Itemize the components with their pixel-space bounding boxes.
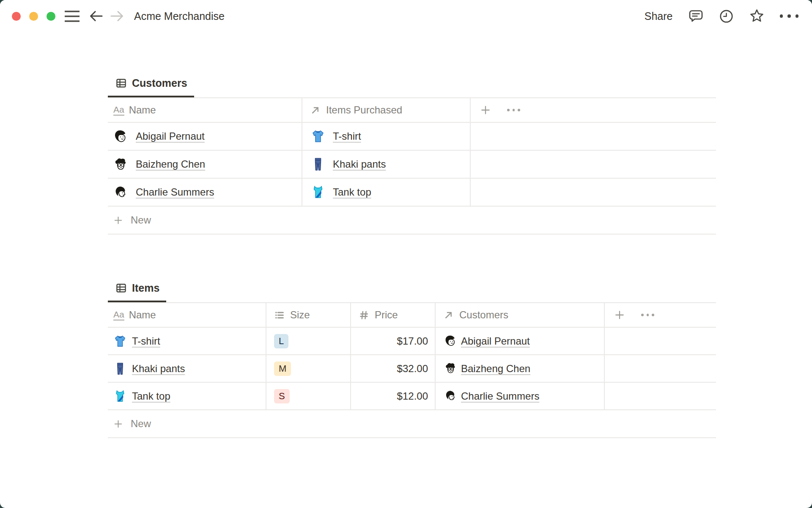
items-purchased-cell[interactable]: Tank top	[302, 179, 471, 206]
item-page-link[interactable]: T-shirt	[132, 335, 160, 347]
items-purchased-cell[interactable]: Khaki pants	[302, 151, 471, 178]
jeans-icon	[113, 362, 127, 375]
item-name-cell[interactable]: Tank top	[108, 383, 266, 409]
item-page-link[interactable]: Tank top	[333, 186, 371, 198]
customers-relation-cell[interactable]: Baizheng Chen	[436, 355, 605, 382]
customers-relation-cell[interactable]: Abigail Pernaut	[436, 328, 605, 354]
tab-items[interactable]: Items	[108, 275, 166, 302]
customer-page-link[interactable]: Abigail Pernaut	[136, 130, 205, 142]
text-property-icon: Aa	[113, 310, 124, 320]
zoom-window-button[interactable]	[47, 12, 55, 21]
abigail-avatar-icon	[444, 335, 456, 347]
add-customer-row-button[interactable]: New	[108, 207, 716, 234]
customers-relation-cell[interactable]: Charlie Summers	[436, 383, 605, 409]
items-header-row: Aa Name Size Price Customers	[108, 303, 716, 328]
charlie-avatar-icon	[444, 390, 456, 402]
page-title[interactable]: Acme Merchandise	[134, 0, 225, 32]
customers-header-row: Aa Name Items Purchased	[108, 98, 716, 123]
forward-icon	[109, 9, 124, 23]
size-cell[interactable]: M	[266, 355, 351, 382]
size-cell[interactable]: S	[266, 383, 351, 409]
customer-page-link[interactable]: Abigail Pernaut	[461, 335, 530, 347]
column-header-items-purchased[interactable]: Items Purchased	[302, 98, 471, 122]
item-page-link[interactable]: Khaki pants	[333, 158, 386, 170]
relation-icon	[310, 105, 321, 116]
customer-page-link[interactable]: Baizheng Chen	[461, 363, 530, 375]
customers-row-1: Abigail Pernaut T-shirt	[108, 123, 716, 151]
item-name-cell[interactable]: Khaki pants	[108, 355, 266, 382]
plus-icon	[614, 309, 625, 320]
minimize-window-button[interactable]	[29, 12, 38, 21]
customers-section: Customers Aa Name Items Purchased	[108, 70, 716, 235]
share-button[interactable]: Share	[645, 10, 673, 22]
column-header-name[interactable]: Aa Name	[108, 303, 266, 327]
jeans-icon	[311, 157, 325, 171]
column-header-customers[interactable]: Customers	[436, 303, 605, 327]
items-header-actions	[605, 303, 716, 327]
customers-new-row: New	[108, 207, 716, 235]
plus-icon	[113, 215, 123, 225]
customer-name-cell[interactable]: Abigail Pernaut	[108, 123, 302, 150]
back-icon	[89, 9, 104, 23]
window-controls	[12, 12, 55, 21]
item-page-link[interactable]: Tank top	[132, 390, 170, 402]
price-cell[interactable]: $17.00	[351, 328, 436, 354]
relation-icon	[443, 310, 454, 320]
baizheng-avatar-icon	[444, 362, 456, 375]
price-cell[interactable]: $12.00	[351, 383, 436, 409]
text-property-icon: Aa	[113, 105, 124, 116]
sidebar-toggle-button[interactable]	[63, 0, 80, 32]
table-options-button[interactable]	[507, 109, 520, 111]
size-tag: L	[274, 334, 288, 348]
tab-customers[interactable]: Customers	[108, 70, 194, 97]
add-property-button[interactable]	[614, 309, 625, 320]
charlie-avatar-icon	[113, 185, 127, 199]
baizheng-avatar-icon	[113, 157, 127, 171]
empty-cell[interactable]	[605, 355, 716, 382]
add-item-row-button[interactable]: New	[108, 410, 716, 437]
item-page-link[interactable]: Khaki pants	[132, 363, 185, 375]
forward-button[interactable]	[107, 0, 126, 32]
history-button[interactable]	[719, 9, 734, 24]
more-options-button[interactable]	[780, 14, 799, 18]
price-cell[interactable]: $32.00	[351, 355, 436, 382]
empty-cell[interactable]	[605, 328, 716, 354]
add-property-button[interactable]	[480, 105, 491, 116]
favorite-button[interactable]	[749, 8, 765, 24]
empty-cell[interactable]	[605, 383, 716, 409]
back-button[interactable]	[87, 0, 106, 32]
customers-header-actions	[471, 98, 716, 122]
customer-page-link[interactable]: Charlie Summers	[136, 186, 214, 198]
plus-icon	[113, 419, 123, 429]
close-window-button[interactable]	[12, 12, 21, 21]
items-row-2: Khaki pants M $32.00 Baizheng Chen	[108, 355, 716, 383]
topbar-actions: Share	[645, 0, 798, 32]
column-header-name[interactable]: Aa Name	[108, 98, 302, 122]
comment-icon	[688, 8, 704, 24]
tshirt-icon	[311, 129, 325, 144]
item-page-link[interactable]: T-shirt	[333, 130, 361, 142]
customer-page-link[interactable]: Baizheng Chen	[136, 158, 205, 170]
customer-name-cell[interactable]: Baizheng Chen	[108, 151, 302, 178]
comments-button[interactable]	[688, 8, 704, 24]
column-header-price[interactable]: Price	[351, 303, 436, 327]
size-tag: M	[274, 362, 291, 376]
empty-cell[interactable]	[471, 179, 716, 206]
customers-tab-label: Customers	[132, 77, 187, 89]
items-row-3: Tank top S $12.00 Charlie Summers	[108, 383, 716, 410]
number-property-icon	[359, 310, 369, 320]
table-options-button[interactable]	[641, 314, 654, 316]
item-name-cell[interactable]: T-shirt	[108, 328, 266, 354]
items-purchased-cell[interactable]: T-shirt	[302, 123, 471, 150]
items-new-row: New	[108, 410, 716, 438]
column-header-size[interactable]: Size	[266, 303, 351, 327]
customer-page-link[interactable]: Charlie Summers	[461, 390, 539, 402]
plus-icon	[480, 105, 491, 116]
table-view-icon	[115, 282, 127, 294]
app-window: Acme Merchandise Share	[0, 0, 812, 508]
customers-table: Aa Name Items Purchased Ab	[108, 97, 716, 235]
empty-cell[interactable]	[471, 123, 716, 150]
size-cell[interactable]: L	[266, 328, 351, 354]
empty-cell[interactable]	[471, 151, 716, 178]
customer-name-cell[interactable]: Charlie Summers	[108, 179, 302, 206]
